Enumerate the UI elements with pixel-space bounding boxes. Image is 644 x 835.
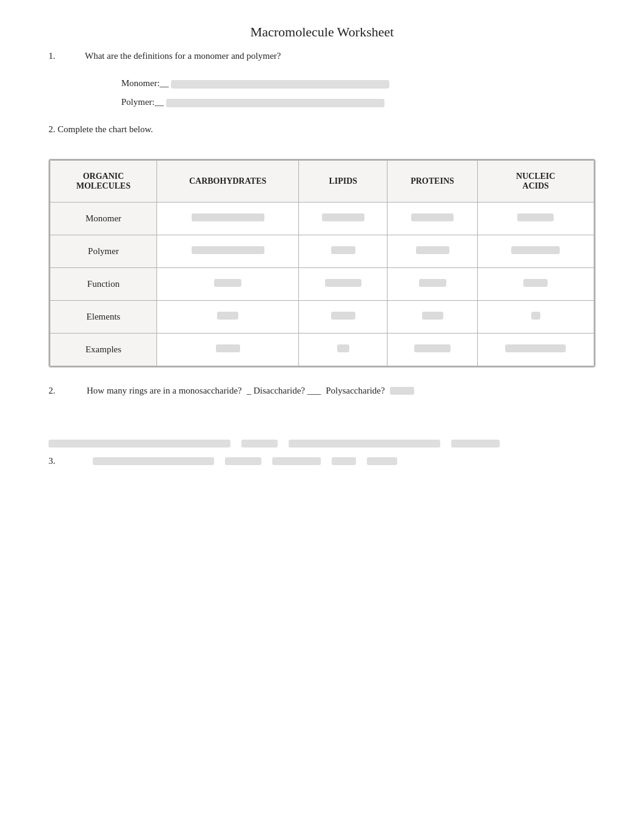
- row-label-elements: Elements: [50, 301, 157, 334]
- q2-rings-text: How many rings are in a monosaccharide?: [87, 386, 242, 396]
- row-label-polymer: Polymer: [50, 235, 157, 268]
- cell-carb-examples: [157, 334, 299, 366]
- table-row-function: Function: [50, 268, 594, 301]
- col-header-proteins: PROTEINS: [387, 161, 478, 203]
- bottom-blur-1c: [289, 440, 440, 448]
- cell-nucleic-function: [477, 268, 594, 301]
- q1-label: 1.: [49, 51, 85, 61]
- bottom-blur-2e: [367, 457, 397, 465]
- bottom-blur-2d: [332, 457, 356, 465]
- q2-disaccharide-label: _ Disaccharide? ___: [247, 386, 321, 396]
- cell-carb-monomer: [157, 203, 299, 235]
- polymer-row: Polymer:__: [121, 97, 595, 107]
- col-header-carbohydrates: CARBOHYDRATES: [157, 161, 299, 203]
- cell-carb-function: [157, 268, 299, 301]
- cell-protein-monomer: [387, 203, 478, 235]
- bottom-blur-row-2: 3.: [49, 456, 595, 466]
- cell-protein-polymer: [387, 235, 478, 268]
- bottom-blur-1b: [241, 440, 278, 448]
- macromolecule-chart: ORGANICMOLECULES CARBOHYDRATES LIPIDS PR…: [49, 159, 595, 367]
- cell-nucleic-polymer: [477, 235, 594, 268]
- bottom-blur-1a: [49, 440, 230, 448]
- monomer-row: Monomer:__: [121, 78, 595, 89]
- cell-lipid-function: [299, 268, 387, 301]
- cell-protein-examples: [387, 334, 478, 366]
- bottom-blur-row-1: [49, 440, 595, 448]
- bottom-section: 3.: [49, 432, 595, 482]
- q2-rings-label: 2.: [49, 386, 82, 396]
- cell-lipid-polymer: [299, 235, 387, 268]
- page-title: Macromolecule Worksheet: [49, 24, 595, 40]
- cell-carb-elements: [157, 301, 299, 334]
- table-row-polymer: Polymer: [50, 235, 594, 268]
- q2-polysaccharide-label: Polysaccharide?: [326, 386, 384, 396]
- polymer-label: Polymer:__: [121, 97, 164, 107]
- col-header-lipids: LIPIDS: [299, 161, 387, 203]
- cell-nucleic-elements: [477, 301, 594, 334]
- col-header-nucleic: NUCLEICACIDS: [477, 161, 594, 203]
- question-1: 1.What are the definitions for a monomer…: [49, 51, 595, 61]
- q2-chart-label: 2.: [49, 124, 55, 134]
- cell-carb-polymer: [157, 235, 299, 268]
- complete-chart-instruction: 2. Complete the chart below.: [49, 124, 595, 135]
- q1-text: What are the definitions for a monomer a…: [85, 51, 281, 61]
- monomer-blur: [171, 80, 389, 89]
- question-2-rings: 2. How many rings are in a monosaccharid…: [49, 386, 595, 396]
- row-label-examples: Examples: [50, 334, 157, 366]
- q2-chart-text: Complete the chart below.: [58, 124, 153, 134]
- cell-lipid-elements: [299, 301, 387, 334]
- bottom-q3-label: 3.: [49, 456, 82, 466]
- row-label-function: Function: [50, 268, 157, 301]
- cell-nucleic-examples: [477, 334, 594, 366]
- row-label-monomer: Monomer: [50, 203, 157, 235]
- q2-rings-line: 2. How many rings are in a monosaccharid…: [49, 386, 595, 396]
- cell-lipid-examples: [299, 334, 387, 366]
- bottom-blur-2a: [93, 457, 214, 465]
- cell-nucleic-monomer: [477, 203, 594, 235]
- col-header-organic: ORGANICMOLECULES: [50, 161, 157, 203]
- q2-polysaccharide-blur: [390, 387, 414, 395]
- polymer-blur: [166, 99, 384, 107]
- cell-lipid-monomer: [299, 203, 387, 235]
- table-row-monomer: Monomer: [50, 203, 594, 235]
- table-row-examples: Examples: [50, 334, 594, 366]
- main-table: ORGANICMOLECULES CARBOHYDRATES LIPIDS PR…: [50, 160, 594, 366]
- table-header-row: ORGANICMOLECULES CARBOHYDRATES LIPIDS PR…: [50, 161, 594, 203]
- monomer-label: Monomer:__: [121, 78, 169, 88]
- bottom-blur-2c: [272, 457, 321, 465]
- table-row-elements: Elements: [50, 301, 594, 334]
- cell-protein-elements: [387, 301, 478, 334]
- bottom-blur-1d: [451, 440, 500, 448]
- bottom-blur-2b: [225, 457, 261, 465]
- cell-protein-function: [387, 268, 478, 301]
- monomer-polymer-section: Monomer:__ Polymer:__: [121, 78, 595, 107]
